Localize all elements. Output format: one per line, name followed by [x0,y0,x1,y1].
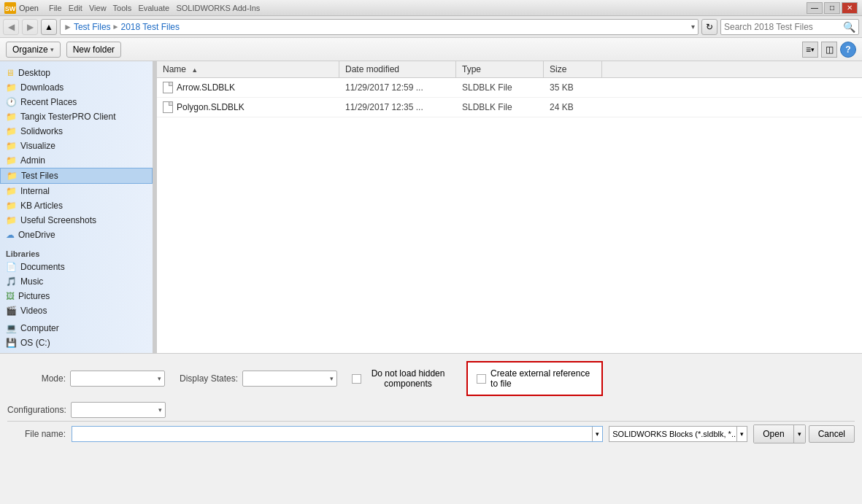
minimize-button[interactable]: — [807,2,823,14]
options-row-2: Configurations: ▾ [7,399,855,421]
filename-dropdown-arrow-icon[interactable]: ▾ [592,427,602,441]
path-part-1[interactable]: Test Files [74,22,111,32]
toolbar: Organize ▾ New folder ≡ ▾ ◫ ? [0,38,862,61]
open-button-group[interactable]: Open ▾ [753,424,805,443]
filename-row: File name: ▾ SOLIDWORKS Blocks (*.sldblk… [7,421,855,446]
window-controls[interactable]: — □ ✕ [807,2,858,14]
do-not-load-checkbox[interactable] [352,374,361,384]
address-path[interactable]: ► Test Files ► 2018 Test Files ▾ [60,19,699,35]
recent-icon: 🕐 [6,97,17,107]
new-folder-button[interactable]: New folder [66,42,121,58]
sidebar-item-desktop[interactable]: 🖥 Desktop [0,66,153,80]
libraries-header: Libraries [0,245,153,260]
close-button[interactable]: ✕ [842,2,858,14]
sidebar-item-solidworks[interactable]: 📁 Solidworks [0,124,153,139]
col-header-size[interactable]: Size [544,61,602,77]
tangix-icon: 📁 [6,112,17,122]
file-cell-type-0: SLDBLK File [456,81,544,94]
col-type-label: Type [462,64,481,74]
file-icon-0 [163,82,173,93]
col-name-label: Name [163,64,186,74]
refresh-button[interactable]: ↻ [701,19,717,35]
sidebar-item-test-files[interactable]: 📁 Test Files [0,168,153,184]
sidebar-item-recent-places[interactable]: 🕐 Recent Places [0,95,153,109]
mode-select[interactable]: ▾ [70,371,165,387]
file-name-input[interactable] [72,427,592,441]
preview-button[interactable]: ◫ [821,42,837,58]
cancel-button[interactable]: Cancel [809,425,855,443]
display-states-label: Display States: [180,373,238,384]
file-list-header: Name ▲ Date modified Type Size [157,61,862,78]
sidebar-item-admin[interactable]: 📁 Admin [0,153,153,168]
sidebar-label-screenshots: Useful Screenshots [20,215,96,225]
sidebar-label-os-c: OS (C:) [20,338,50,348]
sidebar-label-music: Music [20,276,43,287]
sidebar-item-pictures[interactable]: 🖼 Pictures [0,289,153,303]
sidebar-label-documents: Documents [20,262,65,272]
bottom-section: Mode: ▾ Display States: ▾ Do not load hi… [0,353,862,451]
sidebar-item-tangix[interactable]: 📁 Tangix TesterPRO Client [0,109,153,124]
search-input[interactable] [724,22,840,32]
sidebar-label-visualize: Visualize [20,141,55,151]
maximize-button[interactable]: □ [824,2,840,14]
help-button[interactable]: ? [840,42,856,58]
col-header-name[interactable]: Name ▲ [157,61,339,77]
filetype-dropdown-icon[interactable]: ▾ [736,427,747,441]
sidebar-item-downloads[interactable]: 📁 Downloads [0,80,153,95]
view-dropdown-icon: ▾ [811,46,815,53]
up-button[interactable]: ▲ [41,19,57,35]
col-header-date[interactable]: Date modified [339,61,456,77]
display-states-dropdown-icon: ▾ [330,375,334,382]
configurations-select[interactable]: ▾ [71,402,166,418]
file-icon-1 [163,101,173,113]
do-not-load-group: Do not load hidden components [352,368,452,389]
new-folder-label: New folder [73,44,115,55]
create-external-ref-checkbox[interactable] [477,374,486,384]
admin-icon: 📁 [6,155,17,166]
sidebar-section-libraries: Libraries 📄 Documents 🎵 Music 🖼 Pictures… [0,244,153,319]
view-button[interactable]: ≡ ▾ [802,42,818,58]
sidebar-item-documents[interactable]: 📄 Documents [0,260,153,274]
path-separator-2: ► [112,23,120,31]
col-sort-icon: ▲ [191,66,198,74]
sidebar-label-kb: KB Articles [20,201,63,211]
display-states-select[interactable]: ▾ [242,371,337,387]
col-header-type[interactable]: Type [456,61,544,77]
forward-button[interactable]: ▶ [22,19,38,35]
path-part-2[interactable]: 2018 Test Files [120,22,180,32]
open-button-arrow[interactable]: ▾ [794,425,805,443]
back-button[interactable]: ◀ [3,19,19,35]
sidebar-label-videos: Videos [20,306,47,316]
sidebar-item-kb-articles[interactable]: 📁 KB Articles [0,198,153,213]
desktop-icon: 🖥 [6,68,15,78]
options-row-1: Mode: ▾ Display States: ▾ Do not load hi… [7,358,855,399]
file-cell-size-0: 35 KB [544,81,602,94]
drive-icon: 💾 [6,338,17,348]
file-cell-name-0: Arrow.SLDBLK [157,80,339,95]
sidebar-label-admin: Admin [20,155,45,166]
organize-button[interactable]: Organize ▾ [6,42,61,58]
search-icon[interactable]: 🔍 [843,21,855,33]
sidebar-item-useful-screenshots[interactable]: 📁 Useful Screenshots [0,213,153,228]
path-dropdown-arrow[interactable]: ▾ [691,23,695,31]
filetype-value: SOLIDWORKS Blocks (*.sldblk, *... [609,430,736,438]
svg-text:SW: SW [5,5,16,12]
sidebar-item-internal[interactable]: 📁 Internal [0,184,153,198]
file-row[interactable]: Polygon.SLDBLK 11/29/2017 12:35 ... SLDB… [157,98,862,117]
organize-label: Organize [12,44,48,55]
computer-icon: 💻 [6,323,17,333]
create-external-ref-box[interactable]: Create external reference to file [466,361,603,396]
sidebar-item-music[interactable]: 🎵 Music [0,274,153,289]
sidebar-item-videos[interactable]: 🎬 Videos [0,303,153,318]
open-button[interactable]: Open [754,425,793,443]
file-cell-name-1: Polygon.SLDBLK [157,100,339,115]
sidebar-item-visualize[interactable]: 📁 Visualize [0,139,153,153]
filetype-container[interactable]: SOLIDWORKS Blocks (*.sldblk, *... ▾ [609,426,747,442]
sidebar-item-os-c[interactable]: 💾 OS (C:) [0,336,153,350]
search-box[interactable]: 🔍 [720,19,859,35]
sidebar-item-computer[interactable]: 💻 Computer [0,321,153,336]
file-row[interactable]: Arrow.SLDBLK 11/29/2017 12:59 ... SLDBLK… [157,78,862,98]
sidebar-item-onedrive[interactable]: ☁ OneDrive [0,228,153,242]
file-name-input-container[interactable]: ▾ [72,426,603,442]
col-date-label: Date modified [345,64,399,74]
